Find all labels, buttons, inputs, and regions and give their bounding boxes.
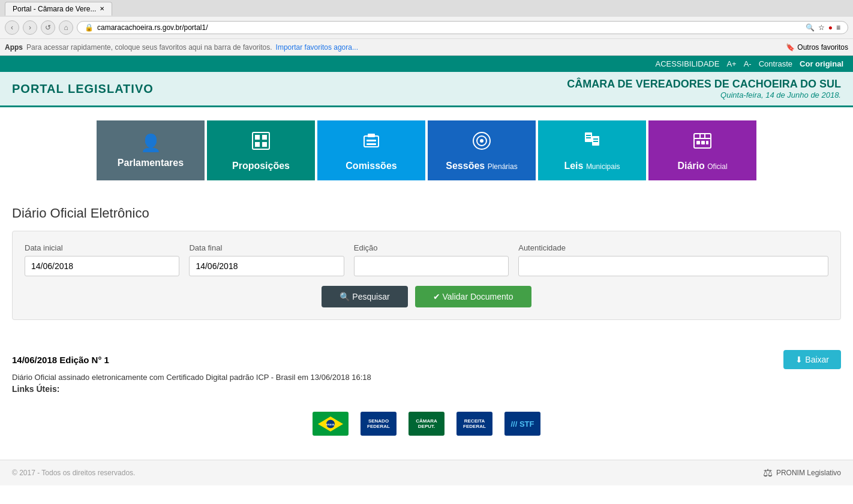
result-section: 14/06/2018 Edição N° 1 ⬇ Baixar Diário O…: [0, 344, 853, 460]
edicao-input[interactable]: [354, 256, 509, 276]
parlamentares-icon: 👤: [140, 133, 161, 153]
data-inicial-label: Data inicial: [25, 243, 179, 252]
pronim-logo-icon: ⚖: [763, 466, 773, 479]
link-senado[interactable]: SENADOFEDERAL: [361, 412, 397, 436]
original-color-button[interactable]: Cor original: [800, 59, 843, 68]
reload-button[interactable]: ↺: [41, 20, 55, 35]
comissoes-label: Comissões: [346, 161, 397, 171]
svg-rect-7: [367, 140, 376, 141]
autenticidade-input[interactable]: [518, 256, 828, 276]
section-title: Diário Oficial Eletrônico: [12, 206, 841, 221]
svg-rect-23: [701, 141, 705, 144]
home-button[interactable]: ⌂: [59, 20, 73, 35]
sessoes-icon: [471, 130, 492, 156]
leis-label-small: Municipais: [586, 162, 620, 171]
tab-close-button[interactable]: ✕: [100, 5, 104, 12]
tile-sessoes[interactable]: Sessões Plenárias: [428, 120, 536, 180]
link-camara-deputados[interactable]: CÂMARADEPUT.: [409, 412, 444, 436]
sessoes-label-small: Plenárias: [488, 162, 518, 171]
bookmarks-bar: Apps Para acessar rapidamente, coloque s…: [0, 38, 853, 55]
main-content: Diário Oficial Eletrônico Data inicial D…: [0, 194, 853, 344]
svg-rect-15: [593, 138, 598, 140]
tile-comissoes[interactable]: Comissões: [317, 120, 425, 180]
secure-icon: 🔒: [85, 23, 94, 32]
leis-icon: [581, 130, 603, 156]
search-icon: 🔍: [806, 23, 815, 32]
form-group-edicao: Edição: [354, 243, 509, 276]
form-group-data-final: Data final: [189, 243, 344, 276]
btn-row: 🔍 Pesquisar ✔ Validar Documento: [25, 286, 828, 307]
form-group-data-inicial: Data inicial: [25, 243, 179, 276]
proposicoes-label: Proposições: [232, 161, 290, 171]
apps-label[interactable]: Apps: [5, 43, 23, 52]
contrast-button[interactable]: Contraste: [759, 59, 792, 68]
tile-parlamentares[interactable]: 👤 Parlamentares: [97, 120, 205, 180]
accessibility-bar: ACESSIBILIDADE A+ A- Contraste Cor origi…: [0, 56, 853, 72]
svg-text:BRASIL: BRASIL: [326, 423, 335, 426]
form-group-autenticidade: Autenticidade: [518, 243, 828, 276]
sessoes-label: Sessões Plenárias: [446, 161, 517, 171]
link-brasil[interactable]: BRASIL: [313, 412, 349, 436]
accessibility-label: ACESSIBILIDADE: [655, 59, 719, 68]
nav-tiles: 👤 Parlamentares Proposições Comissões: [0, 107, 853, 194]
outros-favoritos-label[interactable]: Outros favoritos: [797, 43, 848, 52]
svg-rect-17: [593, 141, 598, 142]
svg-rect-4: [262, 142, 267, 147]
svg-rect-1: [255, 135, 260, 140]
link-icons-row: BRASIL SENADOFEDERAL CÂMARADEPUT. RECEIT…: [12, 400, 841, 448]
link-receita-federal[interactable]: RECEITAFEDERAL: [456, 412, 492, 436]
svg-point-11: [480, 139, 483, 143]
result-links-title: Links Úteis:: [12, 384, 841, 394]
validar-button[interactable]: ✔ Validar Documento: [415, 286, 531, 307]
font-increase-button[interactable]: A+: [726, 59, 736, 68]
receita-federal-label: RECEITAFEDERAL: [463, 418, 486, 429]
comissoes-icon: [361, 130, 382, 156]
parlamentares-label: Parlamentares: [118, 158, 184, 168]
link-stf[interactable]: /// STF: [504, 412, 540, 436]
forward-button[interactable]: ›: [23, 20, 37, 35]
site-header: PORTAL LEGISLATIVO CÂMARA DE VEREADORES …: [0, 72, 853, 107]
data-final-input[interactable]: [189, 256, 344, 276]
svg-rect-8: [367, 143, 376, 145]
tile-proposicoes[interactable]: Proposições: [207, 120, 315, 180]
pesquisar-button[interactable]: 🔍 Pesquisar: [322, 286, 407, 307]
url-input[interactable]: [97, 23, 802, 32]
svg-rect-6: [368, 134, 375, 137]
camara-date: Quinta-feira, 14 de Junho de 2018.: [567, 90, 841, 99]
svg-rect-2: [262, 135, 267, 140]
browser-titlebar: Portal - Câmara de Vere... ✕: [0, 0, 853, 17]
proposicoes-icon: [250, 130, 272, 156]
diario-label-small: Oficial: [707, 162, 727, 171]
brasil-flag-icon: BRASIL: [316, 414, 346, 434]
baixar-button[interactable]: ⬇ Baixar: [783, 350, 841, 369]
result-item: 14/06/2018 Edição N° 1 ⬇ Baixar Diário O…: [12, 350, 841, 394]
senado-label: SENADOFEDERAL: [367, 418, 390, 429]
browser-tab[interactable]: Portal - Câmara de Vere... ✕: [5, 2, 112, 16]
tile-leis[interactable]: Leis Municipais: [538, 120, 646, 180]
address-bar[interactable]: 🔒 🔍 ☆ ● ≡: [77, 21, 848, 34]
menu-icon[interactable]: ≡: [836, 23, 840, 32]
camara-deputados-label: CÂMARADEPUT.: [416, 418, 437, 429]
font-decrease-button[interactable]: A-: [744, 59, 752, 68]
bookmark-folder-icon: 🔖: [786, 43, 795, 52]
footer-brand-name: PRONIM Legislativo: [776, 469, 841, 477]
import-link[interactable]: Importar favoritos agora...: [276, 43, 358, 52]
result-description: Diário Oficial assinado eletronicamente …: [12, 373, 841, 382]
leis-label: Leis Municipais: [564, 161, 620, 171]
browser-chrome: Portal - Câmara de Vere... ✕ ‹ › ↺ ⌂ 🔒 🔍…: [0, 0, 853, 56]
browser-nav: ‹ › ↺ ⌂ 🔒 🔍 ☆ ● ≡: [0, 17, 853, 38]
result-date-edition: 14/06/2018 Edição N° 1: [12, 355, 109, 365]
diario-icon: [692, 130, 713, 156]
data-inicial-input[interactable]: [25, 256, 179, 276]
tile-diario[interactable]: Diário Oficial: [648, 120, 756, 180]
opera-icon: ●: [828, 23, 833, 32]
bookmarks-hint: Para acessar rapidamente, coloque seus f…: [26, 43, 272, 52]
back-button[interactable]: ‹: [5, 20, 19, 35]
camara-name: CÂMARA DE VEREADORES DE CACHOEIRA DO SUL: [567, 78, 841, 90]
bookmark-icon[interactable]: ☆: [818, 23, 825, 32]
edicao-label: Edição: [354, 243, 509, 252]
site-footer: © 2017 - Todos os direitos reservados. ⚖…: [0, 460, 853, 485]
tab-title: Portal - Câmara de Vere...: [13, 5, 96, 13]
camara-info: CÂMARA DE VEREADORES DE CACHOEIRA DO SUL…: [567, 78, 841, 99]
portal-title: PORTAL LEGISLATIVO: [12, 82, 154, 96]
